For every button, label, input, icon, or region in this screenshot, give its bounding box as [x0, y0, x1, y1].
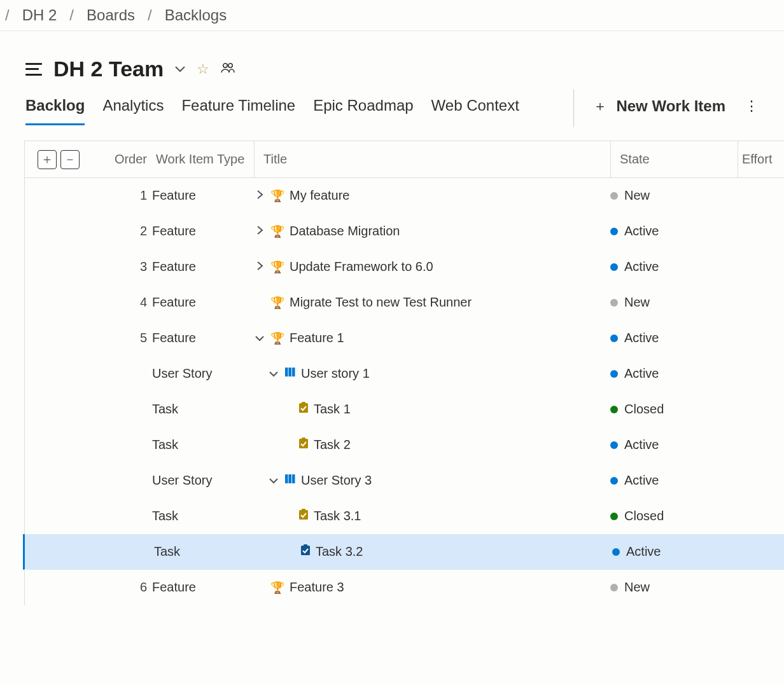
cell-type: Task: [152, 509, 254, 523]
state-label: New: [624, 580, 650, 595]
breadcrumb-item-project[interactable]: DH 2: [22, 6, 57, 24]
svg-rect-15: [304, 544, 307, 547]
team-name[interactable]: DH 2 Team: [53, 57, 164, 81]
chevron-right-icon[interactable]: [254, 226, 265, 237]
work-item-title[interactable]: User Story 3: [301, 473, 372, 488]
feature-icon: 🏆: [270, 581, 284, 595]
column-order[interactable]: Order: [101, 152, 152, 167]
cell-state: Active: [610, 224, 738, 238]
feature-icon: 🏆: [270, 296, 284, 310]
chevron-down-icon[interactable]: [268, 368, 279, 380]
cell-title[interactable]: 🏆Feature 1: [254, 331, 610, 345]
table-row[interactable]: 1Feature🏆My featureNew: [25, 178, 784, 214]
tab-analytics[interactable]: Analytics: [102, 97, 164, 125]
work-item-title[interactable]: My feature: [290, 188, 349, 203]
state-label: Closed: [624, 402, 664, 417]
breadcrumb-separator: /: [148, 6, 152, 24]
chevron-right-icon[interactable]: [254, 190, 265, 202]
cell-title[interactable]: 🏆Database Migration: [254, 224, 610, 238]
svg-rect-14: [301, 546, 310, 555]
task-icon: [300, 544, 311, 559]
svg-rect-11: [292, 474, 295, 483]
cell-title[interactable]: 🏆My feature: [254, 188, 610, 203]
table-row[interactable]: 3Feature🏆Update Framework to 6.0Active: [25, 249, 784, 285]
table-row[interactable]: TaskTask 1Closed: [25, 392, 784, 427]
backlog-table: ＋ － Order Work Item Type Title State Eff…: [24, 141, 784, 605]
menu-icon[interactable]: [25, 63, 42, 76]
cell-state: Active: [610, 473, 738, 488]
breadcrumb-separator: /: [5, 6, 10, 24]
expand-all-button[interactable]: ＋: [38, 150, 57, 169]
table-row[interactable]: 5Feature🏆Feature 1Active: [25, 321, 784, 356]
work-item-title[interactable]: Feature 1: [290, 331, 344, 345]
table-row[interactable]: User StoryUser Story 3Active: [25, 463, 784, 499]
work-item-title[interactable]: Feature 3: [290, 580, 344, 595]
new-work-item-button[interactable]: ＋ New Work Item: [593, 97, 725, 125]
table-row[interactable]: TaskTask 3.2Active: [23, 534, 784, 570]
breadcrumb-item-boards[interactable]: Boards: [87, 6, 135, 24]
state-dot-icon: [612, 548, 620, 556]
collapse-all-button[interactable]: －: [60, 150, 80, 169]
cell-title[interactable]: 🏆Migrate Test to new Test Runner: [254, 295, 610, 310]
table-row[interactable]: 4Feature🏆Migrate Test to new Test Runner…: [25, 285, 784, 321]
work-item-title[interactable]: User story 1: [301, 366, 370, 381]
state-dot-icon: [610, 228, 618, 235]
cell-title[interactable]: 🏆Update Framework to 6.0: [254, 259, 610, 274]
column-title[interactable]: Title: [254, 141, 610, 177]
work-item-title[interactable]: Task 1: [314, 402, 351, 417]
state-dot-icon: [610, 299, 618, 307]
cell-title[interactable]: Task 2: [254, 438, 610, 452]
cell-title[interactable]: Task 3.2: [256, 544, 612, 559]
svg-point-1: [228, 64, 232, 67]
tab-backlog[interactable]: Backlog: [25, 97, 85, 125]
cell-state: New: [610, 580, 738, 595]
chevron-down-icon[interactable]: [268, 475, 279, 486]
table-row[interactable]: 6Feature🏆Feature 3New: [25, 570, 784, 605]
table-row[interactable]: User StoryUser story 1Active: [25, 356, 784, 392]
svg-rect-6: [302, 402, 305, 404]
state-label: Active: [624, 224, 659, 238]
table-row[interactable]: TaskTask 2Active: [25, 427, 784, 463]
work-item-title[interactable]: Task 3.2: [316, 544, 363, 559]
favorite-star-icon[interactable]: ☆: [197, 61, 209, 78]
more-options-icon[interactable]: ⋮: [745, 98, 759, 123]
work-item-title[interactable]: Task 3.1: [314, 509, 361, 523]
page-header: DH 2 Team ☆: [0, 31, 784, 81]
column-type[interactable]: Work Item Type: [152, 152, 254, 167]
cell-title[interactable]: Task 1: [254, 402, 610, 417]
work-item-title[interactable]: Database Migration: [290, 224, 400, 238]
work-item-title[interactable]: Migrate Test to new Test Runner: [290, 295, 472, 310]
work-item-title[interactable]: Update Framework to 6.0: [290, 259, 433, 274]
team-picker-chevron-icon[interactable]: [175, 62, 185, 76]
table-row[interactable]: 2Feature🏆Database MigrationActive: [25, 214, 784, 249]
team-members-icon[interactable]: [221, 62, 235, 76]
feature-icon: 🏆: [270, 260, 284, 274]
cell-state: Active: [610, 438, 738, 452]
chevron-down-icon[interactable]: [254, 333, 265, 344]
svg-rect-5: [299, 403, 308, 413]
column-effort[interactable]: Effort: [738, 141, 784, 177]
cell-title[interactable]: Task 3.1: [254, 509, 610, 523]
svg-point-0: [223, 64, 227, 67]
tab-epic-roadmap[interactable]: Epic Roadmap: [313, 97, 413, 125]
state-label: Active: [626, 544, 661, 559]
breadcrumb-item-backlogs[interactable]: Backlogs: [165, 6, 227, 24]
cell-state: New: [610, 188, 738, 203]
cell-type: Feature: [152, 331, 254, 345]
work-item-title[interactable]: Task 2: [314, 438, 351, 452]
cell-state: Closed: [610, 509, 738, 523]
cell-order: 4: [101, 295, 152, 310]
column-state[interactable]: State: [610, 141, 738, 177]
state-dot-icon: [610, 513, 618, 520]
cell-title[interactable]: User Story 3: [254, 473, 610, 488]
svg-rect-10: [289, 474, 292, 483]
chevron-right-icon[interactable]: [254, 261, 265, 273]
table-row[interactable]: TaskTask 3.1Closed: [25, 499, 784, 534]
tab-web-context[interactable]: Web Context: [431, 97, 519, 125]
user-story-icon: [284, 473, 296, 488]
cell-title[interactable]: User story 1: [254, 366, 610, 381]
tab-feature-timeline[interactable]: Feature Timeline: [181, 97, 295, 125]
separator: [573, 89, 574, 127]
cell-title[interactable]: 🏆Feature 3: [254, 580, 610, 595]
cell-type: Feature: [152, 580, 254, 595]
